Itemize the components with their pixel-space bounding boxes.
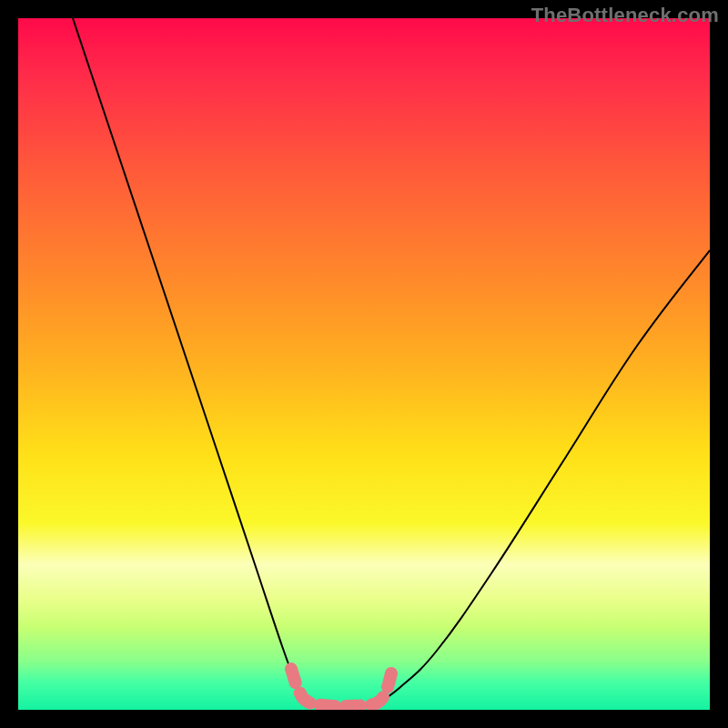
chart-frame: TheBottleneck.com	[0, 0, 728, 728]
curve-layer	[18, 18, 710, 710]
plot-area	[18, 18, 710, 710]
highlighted-minimum-segment	[291, 669, 391, 706]
bottleneck-curve	[73, 18, 710, 706]
watermark-text: TheBottleneck.com	[531, 4, 719, 27]
